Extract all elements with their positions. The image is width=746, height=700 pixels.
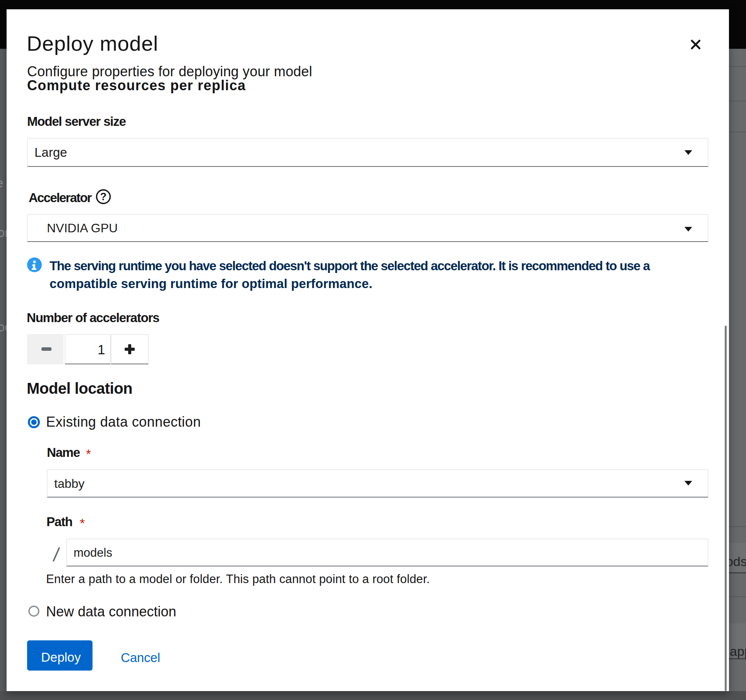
svg-text:?: ? (100, 191, 107, 202)
